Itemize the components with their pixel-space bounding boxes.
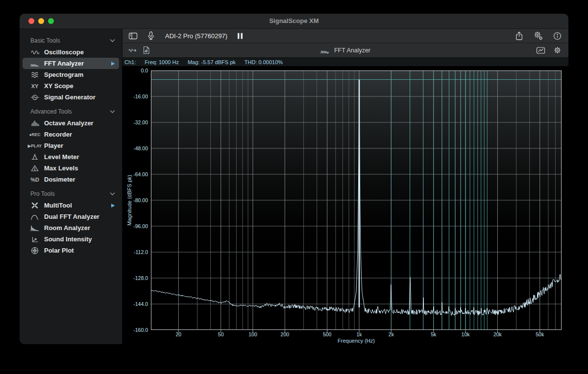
sidebar-item-multitool[interactable]: MultiTool (23, 200, 119, 211)
sidebar-item-label: Level Meter (44, 153, 119, 161)
sidebar-item-label: FFT Analyzer (44, 60, 111, 67)
sidebar-item-spectrogram[interactable]: Spectrogram (23, 69, 119, 80)
sidebar-item-player[interactable]: ▶PLAYPlayer (23, 140, 119, 151)
tool-toolbar: FFT Analyzer (122, 43, 568, 58)
section-title: Pro Tools (30, 190, 110, 197)
sidebar-item-label: Dosimeter (44, 176, 119, 183)
device-name[interactable]: ADI-2 Pro (57760297) (165, 32, 227, 40)
sidebar-item-xy-scope[interactable]: XYXY Scope (23, 80, 119, 92)
section-header-pro-tools[interactable]: Pro Tools (30, 189, 115, 199)
main-toolbar: ADI-2 Pro (57760297) (122, 29, 568, 43)
chevron-down-icon (110, 192, 115, 196)
spectrogram-icon (27, 71, 42, 78)
x-tick-label: 20 (175, 331, 181, 337)
level-icon (27, 153, 42, 161)
section-header-advanced-tools[interactable]: Advanced Tools (30, 107, 115, 117)
readout-magnitude: Mag: -5.57 dBFS pk (188, 59, 236, 65)
signal-flow-icon[interactable] (128, 47, 137, 54)
x-tick-label: 2k (389, 331, 394, 337)
chevron-down-icon (110, 39, 115, 43)
y-tick-label: -48.00 (122, 145, 148, 151)
sidebar-item-label: Player (44, 142, 119, 149)
snapshot-document-icon[interactable] (143, 46, 150, 54)
spectrum-trace (151, 81, 562, 315)
siggen-icon (27, 94, 42, 101)
sidebar-item-polar-plot[interactable]: Polar Plot (23, 245, 119, 256)
fft-icon (27, 60, 42, 67)
y-tick-label: -96.00 (122, 223, 148, 229)
y-tick-label: -160.0 (122, 327, 148, 333)
polar-icon (27, 247, 42, 255)
sidebar-item-octave-analyzer[interactable]: Octave Analyzer (23, 117, 119, 129)
xy-scope-icon: XY (27, 83, 42, 89)
window-title: SignalScope XM (20, 14, 568, 28)
x-tick-label: 50 (218, 331, 224, 337)
y-tick-label: -80.00 (122, 197, 148, 203)
fft-analyzer-icon (320, 47, 330, 54)
oscilloscope-icon (27, 48, 42, 56)
y-tick-label: -112.0 (122, 249, 148, 255)
recorder-icon: ●REC (27, 132, 42, 137)
x-tick-label: 5k (431, 331, 436, 337)
input-source-mic-icon[interactable] (147, 31, 155, 40)
y-tick-label: -144.0 (122, 301, 148, 307)
dualfft-icon (27, 213, 42, 220)
active-tool-play-icon (111, 61, 115, 66)
info-icon[interactable] (553, 32, 562, 40)
sidebar-item-level-meter[interactable]: Level Meter (23, 151, 119, 163)
sidebar-item-label: Oscilloscope (44, 48, 119, 56)
pause-button[interactable] (237, 33, 243, 39)
sidebar-item-dual-fft-analyzer[interactable]: Dual FFT Analyzer (23, 211, 119, 222)
signalscope-window: SignalScope XM Basic ToolsOscilloscopeFF… (20, 14, 568, 344)
x-tick-label: 1k (356, 331, 362, 337)
readout-frequency: Freq: 1000 Hz (145, 59, 179, 65)
fft-chart-area: Magnitude (dBFS pk) Frequency (Hz) 0.0-1… (122, 67, 568, 344)
active-tool-play-icon (111, 203, 115, 208)
sidebar-item-label: Recorder (44, 131, 119, 138)
sidebar-item-label: Dual FFT Analyzer (44, 213, 119, 220)
x-tick-label: 100 (248, 331, 257, 337)
fft-plot[interactable] (151, 70, 562, 333)
dosimeter-icon: %D (27, 177, 42, 183)
multitool-icon (27, 202, 42, 209)
tools-sidebar: Basic ToolsOscilloscopeFFT AnalyzerSpect… (20, 29, 122, 344)
toggle-sidebar-icon[interactable] (128, 32, 138, 40)
section-header-basic-tools[interactable]: Basic Tools (30, 36, 115, 46)
share-icon[interactable] (515, 31, 523, 41)
x-tick-label: 50k (536, 331, 544, 337)
x-tick-label: 20k (493, 331, 502, 337)
tool-settings-gear-icon[interactable] (553, 46, 562, 54)
titlebar[interactable]: SignalScope XM (20, 14, 568, 29)
x-tick-label: 200 (281, 331, 290, 337)
sidebar-item-label: Max Levels (44, 164, 119, 172)
readout-channel: Ch1: (124, 59, 136, 65)
sidebar-item-label: Signal Generator (44, 94, 119, 101)
sidebar-item-sound-intensity[interactable]: Sound Intensity (23, 234, 119, 245)
sidebar-item-max-levels[interactable]: Max Levels (23, 163, 119, 174)
intensity-icon (27, 236, 42, 243)
y-tick-label: -128.0 (122, 275, 148, 281)
sidebar-item-label: XY Scope (44, 82, 119, 90)
trace-options-icon[interactable] (536, 47, 545, 54)
section-title: Advanced Tools (30, 108, 110, 115)
sidebar-item-fft-analyzer[interactable]: FFT Analyzer (23, 58, 119, 69)
sidebar-item-label: MultiTool (44, 202, 111, 209)
y-tick-label: -16.00 (122, 94, 148, 99)
sidebar-item-recorder[interactable]: ●RECRecorder (23, 129, 119, 140)
readout-bar: Ch1: Freq: 1000 Hz Mag: -5.57 dBFS pk TH… (122, 58, 568, 67)
x-axis-title: Frequency (Hz) (338, 338, 375, 344)
section-title: Basic Tools (30, 37, 110, 44)
sidebar-item-label: Sound Intensity (44, 235, 119, 243)
chevron-down-icon (110, 110, 115, 114)
sidebar-item-signal-generator[interactable]: Signal Generator (23, 92, 119, 103)
x-tick-label: 500 (323, 331, 332, 337)
desktop: SignalScope XM Basic ToolsOscilloscopeFF… (0, 0, 588, 374)
sidebar-item-dosimeter[interactable]: %DDosimeter (23, 174, 119, 185)
sidebar-item-room-analyzer[interactable]: Room Analyzer (23, 222, 119, 234)
settings-gears-icon[interactable] (534, 31, 543, 40)
sidebar-item-oscilloscope[interactable]: Oscilloscope (23, 47, 119, 58)
sidebar-item-label: Octave Analyzer (44, 119, 119, 127)
sidebar-item-label: Room Analyzer (44, 224, 119, 232)
y-tick-label: -32.00 (122, 119, 148, 125)
x-tick-label: 10k (462, 331, 470, 337)
